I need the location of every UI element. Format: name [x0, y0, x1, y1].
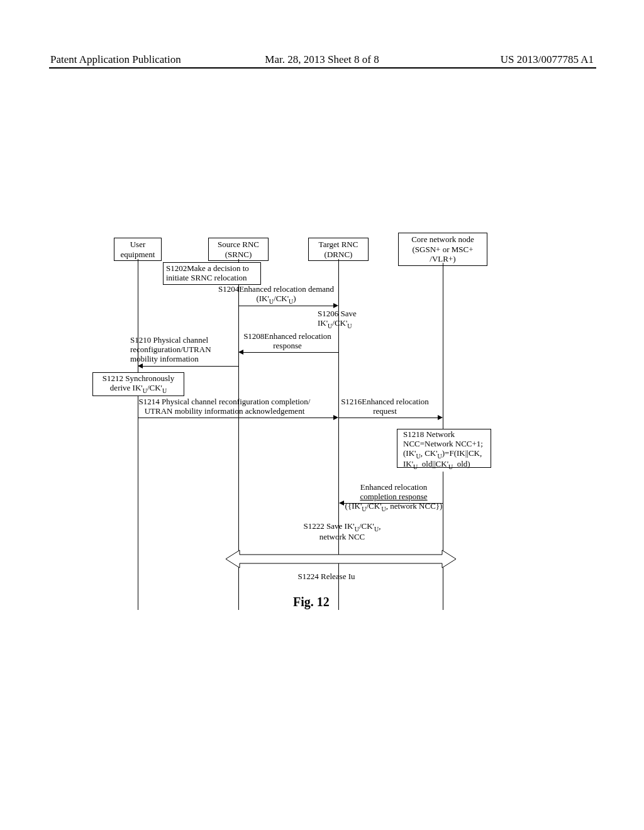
s1208-label: S1208Enhanced relocationresponse [237, 332, 338, 351]
caption-text: Fig. 12 [293, 595, 330, 609]
header-left: Patent Application Publication [50, 53, 181, 66]
s1206b: /CK' [332, 318, 347, 328]
s1210-label: S1210 Physical channelreconfiguration/UT… [130, 336, 231, 364]
actor-core-label: Core network node(SGSN+ or MSC+/VLR+) [411, 235, 474, 263]
s1212-sub2: U [162, 387, 167, 394]
s1220-label: Enhanced relocation completion response … [339, 483, 448, 512]
header-divider [49, 67, 596, 69]
actor-core: Core network node(SGSN+ or MSC+/VLR+) [398, 233, 487, 266]
arrow-s1208 [243, 352, 338, 353]
actor-srnc: Source RNC(SRNC) [208, 238, 269, 261]
s1222-sub1: U [355, 526, 359, 533]
s1216-text: S1216Enhanced relocationrequest [341, 397, 429, 416]
actor-ue-label: Userequipment [121, 240, 155, 259]
s1204-sub1: U [269, 298, 274, 305]
s1202-text: S1202Make a decision toinitiate SRNC rel… [166, 263, 249, 282]
s1222-text: S1222 Save IK' [304, 521, 355, 531]
s1220-l1: Enhanced relocation [360, 482, 427, 492]
s1204-p1: (IK' [256, 294, 269, 303]
s1208-text: S1208Enhanced relocationresponse [243, 331, 331, 350]
s1212b: /CK' [147, 383, 162, 392]
s1214-text: S1214 Physical channel reconfiguration c… [139, 397, 311, 416]
s1206-label: S1206 SaveIK'U/CK'U [318, 309, 378, 329]
actor-ue: Userequipment [114, 238, 162, 261]
arrow-s1220-head [339, 501, 344, 506]
s1224-text: S1224 Release Iu [298, 572, 355, 581]
arrow-s1210 [143, 366, 238, 367]
s1220-l2: completion response [360, 492, 427, 501]
s1206-sub2: U [347, 323, 352, 329]
step-s1218-border [397, 429, 491, 468]
s1222b: /CK' [359, 521, 374, 531]
arrow-s1208-head [238, 350, 243, 355]
s1204-p2: /CK' [274, 294, 289, 303]
arrow-s1210-head [138, 363, 143, 368]
arrow-s1220 [344, 503, 443, 504]
sequence-diagram: Userequipment Source RNC(SRNC) Target RN… [97, 233, 557, 635]
step-s1212: S1212 Synchronouslyderive IK'U/CK'U [92, 372, 184, 396]
page-header: Patent Application Publication Mar. 28, … [0, 53, 644, 66]
step-s1202: S1202Make a decision toinitiate SRNC rel… [163, 262, 261, 285]
arrow-s1204-head [333, 303, 338, 308]
header-center: Mar. 28, 2013 Sheet 8 of 8 [265, 53, 379, 66]
arrow-s1204 [239, 306, 333, 306]
s1204-label: S1204Enhanced relocation demand (IK'U/CK… [213, 285, 339, 305]
s1204-text: S1204Enhanced relocation demand [218, 284, 334, 294]
arrow-s1224-wide [223, 548, 458, 570]
actor-srnc-label: Source RNC(SRNC) [218, 240, 259, 259]
arrow-s1216-head [438, 415, 443, 420]
s1216-label: S1216Enhanced relocationrequest [331, 397, 438, 416]
lifeline-ue [138, 259, 138, 610]
arrow-s1214 [138, 418, 333, 418]
svg-marker-0 [226, 550, 456, 568]
s1212-sub1: U [143, 387, 147, 394]
s1220-sub2: U [382, 505, 386, 512]
actor-drnc: Target RNC(DRNC) [308, 238, 369, 261]
s1210-text: S1210 Physical channelreconfiguration/UT… [130, 335, 211, 363]
header-right: US 2013/0077785 A1 [501, 53, 594, 66]
s1222-label: S1222 Save IK'U/CK'U,network NCC [286, 522, 398, 542]
s1204-p3: ) [293, 294, 296, 303]
figure-caption: Fig. 12 [293, 595, 330, 609]
s1214-label: S1214 Physical channel reconfiguration c… [124, 397, 325, 416]
s1224-label: S1224 Release Iu [264, 572, 389, 582]
actor-drnc-label: Target RNC(DRNC) [319, 240, 358, 259]
arrow-s1216 [339, 418, 438, 418]
